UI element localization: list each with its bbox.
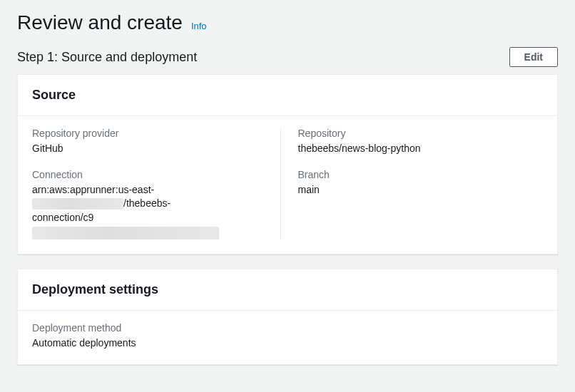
source-panel-body: Repository provider GitHub Connection ar… xyxy=(18,116,557,254)
source-panel-header: Source xyxy=(18,75,557,116)
deployment-panel-body: Deployment method Automatic deployments xyxy=(18,311,557,365)
branch-label: Branch xyxy=(298,169,529,180)
step-row: Step 1: Source and deployment Edit xyxy=(17,47,558,67)
repository-label: Repository xyxy=(298,128,529,139)
page-header: Review and create Info xyxy=(17,11,558,34)
connection-value: arn:aws:apprunner:us-east- /thebeebs- co… xyxy=(32,183,263,239)
repository-provider-label: Repository provider xyxy=(32,128,263,139)
edit-button[interactable]: Edit xyxy=(509,47,558,67)
source-left-column: Repository provider GitHub Connection ar… xyxy=(32,128,281,239)
repository-field: Repository thebeebs/news-blog-python xyxy=(298,128,529,156)
deployment-method-field: Deployment method Automatic deployments xyxy=(32,322,543,351)
repository-provider-field: Repository provider GitHub xyxy=(32,128,263,156)
deployment-panel-header: Deployment settings xyxy=(18,269,557,311)
page-container: Review and create Info Step 1: Source an… xyxy=(0,0,575,392)
connection-label: Connection xyxy=(32,169,263,180)
connection-value-line3: connection/c9 xyxy=(32,212,93,223)
branch-value: main xyxy=(298,183,529,197)
step-title: Step 1: Source and deployment xyxy=(17,50,197,65)
deployment-panel-heading: Deployment settings xyxy=(32,282,543,297)
source-panel: Source Repository provider GitHub Connec… xyxy=(17,74,558,254)
branch-field: Branch main xyxy=(298,169,529,197)
connection-value-line1: arn:aws:apprunner:us-east- xyxy=(32,184,154,195)
source-panel-heading: Source xyxy=(32,88,543,103)
deployment-panel: Deployment settings Deployment method Au… xyxy=(17,269,558,366)
deployment-method-value: Automatic deployments xyxy=(32,336,543,351)
deployment-method-label: Deployment method xyxy=(32,322,543,334)
connection-field: Connection arn:aws:apprunner:us-east- /t… xyxy=(32,169,263,239)
source-right-column: Repository thebeebs/news-blog-python Bra… xyxy=(281,128,544,239)
page-title: Review and create xyxy=(17,11,183,34)
info-link[interactable]: Info xyxy=(191,21,207,31)
repository-provider-value: GitHub xyxy=(32,142,263,156)
connection-value-line2: /thebeebs- xyxy=(123,197,171,209)
connection-value-line3-redaction xyxy=(32,227,219,239)
repository-value: thebeebs/news-blog-python xyxy=(298,142,529,156)
connection-value-line2-redaction xyxy=(32,198,123,210)
